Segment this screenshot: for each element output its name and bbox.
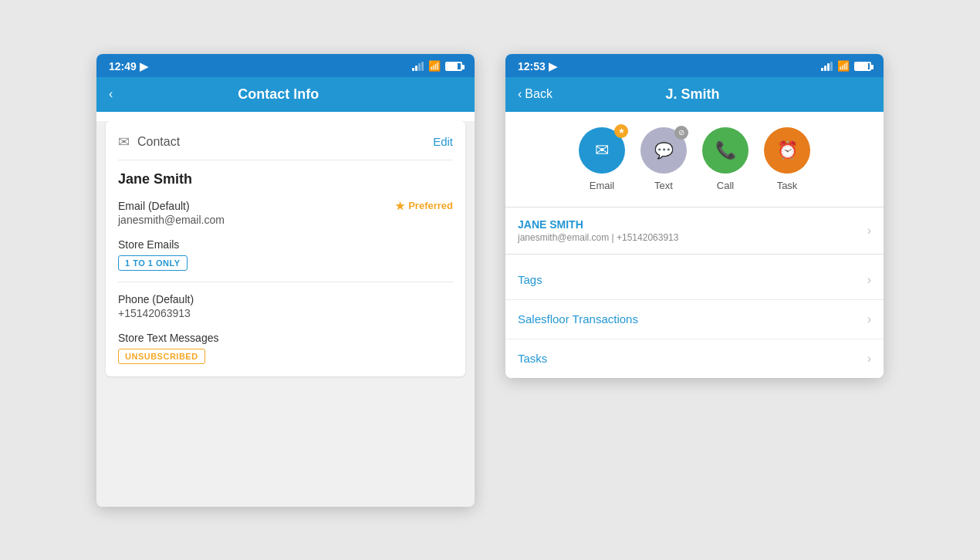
email-action-label: Email [590,180,615,191]
task-action-icon: ⏰ [777,140,798,160]
wifi-icon-right: 📶 [837,60,850,72]
list-item-tags[interactable]: Tags › [505,261,884,300]
text-circle: 💬 ⊘ [640,127,687,174]
card-header: ✉ Contact Edit [118,133,453,160]
signal-icon-left [412,62,424,71]
list-item-salesfloor[interactable]: Salesfloor Transactions › [505,300,884,339]
action-btn-call[interactable]: 📞 Call [702,127,749,191]
card-header-label: Contact [137,135,180,149]
contact-name: Jane Smith [118,171,453,187]
phone-section: Phone (Default) +15142063913 [118,293,453,319]
contact-row-name: JANE SMITH [518,218,678,231]
task-circle: ⏰ [764,127,810,174]
divider [118,282,453,282]
status-bar-right: 12:53 ▶ 📶 [505,54,884,77]
preferred-label: Preferred [408,200,453,211]
status-right-left: 📶 [412,60,462,72]
store-emails-label: Store Emails [118,238,453,251]
store-text-section: Store Text Messages UNSUBSCRIBED [118,332,453,364]
contact-row[interactable]: JANE SMITH janesmith@email.com | +151420… [505,207,884,255]
status-left: 12:49 ▶ [109,60,148,73]
task-action-label: Task [777,180,798,191]
tags-chevron: › [867,273,871,287]
list-section: Tags › Salesfloor Transactions › Tasks › [505,261,884,378]
tasks-label: Tasks [518,352,547,365]
nav-bar-right: ‹ Back J. Smith [505,77,884,112]
location-icon-left: ▶ [140,60,148,73]
tags-label: Tags [518,273,542,286]
call-circle: 📞 [702,127,749,174]
salesfloor-chevron: › [867,312,871,326]
wifi-icon-left: 📶 [428,60,441,72]
store-emails-section: Store Emails 1 TO 1 ONLY [118,238,453,271]
text-action-label: Text [654,180,673,191]
time-right: 12:53 [518,60,546,73]
email-action-icon: ✉ [595,140,609,160]
store-text-label: Store Text Messages [118,332,453,344]
battery-icon-left [445,62,462,71]
edit-link[interactable]: Edit [433,135,453,148]
list-item-tasks[interactable]: Tasks › [505,339,884,378]
action-btn-text[interactable]: 💬 ⊘ Text [640,127,687,191]
action-btn-email[interactable]: ✉ ★ Email [579,127,625,191]
store-emails-badge: 1 TO 1 ONLY [118,255,188,271]
content-area-left: ✉ Contact Edit Jane Smith Email (Default… [96,121,475,507]
star-badge-email: ★ [614,124,628,138]
contact-row-details: janesmith@email.com | +15142063913 [518,232,678,243]
phone-label: Phone (Default) [118,293,453,305]
screen-j-smith: 12:53 ▶ 📶 ‹ Back J. [505,54,884,378]
nav-title-right: J. Smith [553,86,833,103]
email-section: Email (Default) ★ Preferred janesmith@em… [118,200,453,226]
salesfloor-label: Salesfloor Transactions [518,312,638,326]
status-bar-left: 12:49 ▶ 📶 [96,54,475,77]
location-icon-right: ▶ [549,60,557,73]
nav-title-left: Contact Info [113,86,444,103]
nav-bar-left: ‹ Contact Info [96,77,475,112]
action-btn-task[interactable]: ⏰ Task [764,127,810,191]
store-text-badge: UNSUBSCRIBED [118,349,205,364]
tasks-chevron: › [867,352,871,366]
time-left: 12:49 [109,60,137,73]
battery-icon-right [854,62,871,71]
signal-icon-right [821,62,833,71]
phone-value: +15142063913 [118,307,453,319]
contact-row-chevron: › [867,224,871,238]
status-right-right: 📶 [821,60,871,72]
contact-row-info: JANE SMITH janesmith@email.com | +151420… [518,218,678,243]
email-circle: ✉ ★ [579,127,625,174]
blocked-badge-text: ⊘ [674,126,688,140]
star-preferred-icon: ★ [395,200,405,212]
email-value: janesmith@email.com [118,214,453,226]
preferred-badge: ★ Preferred [395,200,453,212]
status-left-right: 12:53 ▶ [518,60,557,73]
contact-card: ✉ Contact Edit Jane Smith Email (Default… [106,121,465,376]
back-button-right[interactable]: ‹ Back [518,87,553,101]
call-action-icon: 📞 [715,140,736,160]
card-header-left: ✉ Contact [118,133,180,150]
back-label-right: Back [525,87,553,101]
screen-contact-info: 12:49 ▶ 📶 ‹ Contact Info [96,54,475,507]
action-buttons: ✉ ★ Email 💬 ⊘ Text 📞 Call [505,112,884,207]
email-label-row: Email (Default) ★ Preferred [118,200,453,212]
text-action-icon: 💬 [654,141,674,160]
email-label: Email (Default) [118,200,190,212]
back-chevron-right: ‹ [518,87,522,101]
call-action-label: Call [717,180,734,191]
envelope-icon: ✉ [118,133,130,150]
